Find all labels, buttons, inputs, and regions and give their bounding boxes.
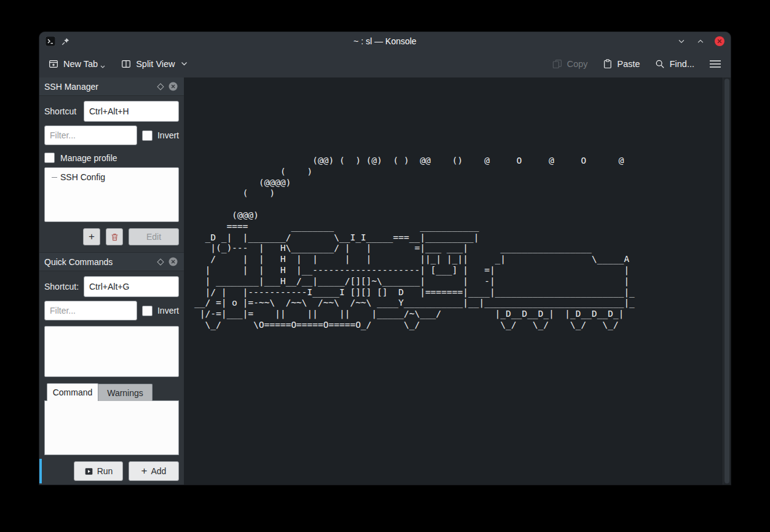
ssh-shortcut-input[interactable]	[84, 101, 179, 122]
shortcut-label: Shortcut:	[44, 282, 84, 292]
manage-profile-row: Manage profile	[44, 153, 179, 163]
maximize-button[interactable]	[695, 36, 706, 47]
terminal-output: (@@) ( ) (@) ( ) @@ () @ O @ O @ ( ) (@@…	[184, 77, 731, 331]
qc-filter-input[interactable]	[44, 301, 137, 320]
trash-icon	[110, 232, 119, 242]
hamburger-icon	[709, 59, 721, 69]
find-label: Find...	[670, 59, 694, 69]
add-label: Add	[151, 466, 167, 476]
tab-warnings[interactable]: Warnings	[98, 384, 153, 401]
split-view-label: Split View	[136, 59, 175, 69]
paste-icon	[603, 59, 613, 69]
sidebar: SSH Manager Shortcut Invert	[39, 77, 184, 485]
float-panel-icon[interactable]	[157, 83, 164, 90]
titlebar-left	[46, 32, 70, 50]
quick-commands-list[interactable]	[44, 326, 179, 377]
edit-entry-button[interactable]: Edit	[129, 228, 179, 245]
close-panel-icon[interactable]	[169, 257, 178, 266]
copy-button[interactable]: Copy	[552, 59, 588, 69]
qc-invert-checkbox[interactable]	[142, 306, 153, 316]
shortcut-label: Shortcut	[44, 106, 84, 116]
toolbar: New Tab Split View Copy	[39, 50, 731, 77]
ssh-filter-input[interactable]	[44, 125, 137, 145]
copy-icon	[552, 59, 562, 69]
search-icon	[655, 59, 665, 69]
list-item-ssh-config[interactable]: SSH Config	[47, 171, 176, 183]
new-tab-button[interactable]: New Tab	[49, 59, 105, 69]
ssh-shortcut-row: Shortcut	[44, 101, 179, 122]
scrollbar-thumb[interactable]	[724, 79, 729, 483]
titlebar[interactable]: ~ : sl — Konsole	[39, 32, 731, 50]
terminal-scrollbar[interactable]	[723, 77, 731, 485]
run-icon	[84, 467, 93, 476]
quick-commands-header: Quick Commands	[39, 253, 184, 271]
ssh-invert-label: Invert	[157, 130, 179, 140]
ssh-manager-panel: SSH Manager Shortcut Invert	[39, 77, 184, 252]
add-command-button[interactable]: + Add	[129, 461, 179, 481]
tree-item-label: SSH Config	[60, 172, 105, 182]
titlebar-buttons	[676, 32, 725, 50]
qc-shortcut-input[interactable]	[84, 276, 179, 297]
manage-profile-checkbox[interactable]	[44, 153, 55, 163]
new-tab-label: New Tab	[63, 59, 98, 69]
ssh-buttons-row: + Edit	[44, 228, 179, 245]
new-tab-icon	[49, 59, 58, 69]
ssh-config-list[interactable]: SSH Config	[44, 167, 179, 222]
run-label: Run	[97, 466, 113, 476]
qc-shortcut-row: Shortcut:	[44, 276, 179, 297]
chevron-down-icon	[100, 65, 105, 69]
pin-icon[interactable]	[61, 37, 70, 46]
panel-title: Quick Commands	[44, 257, 153, 267]
tab-command-label: Command	[53, 387, 93, 397]
qc-invert-label: Invert	[157, 306, 179, 316]
ssh-filter-row: Invert	[44, 125, 179, 145]
close-panel-icon[interactable]	[169, 82, 178, 91]
copy-label: Copy	[567, 59, 588, 69]
toolbar-right: Copy Paste Find...	[552, 59, 721, 69]
close-button[interactable]	[714, 36, 725, 47]
qc-tabs: Command Warnings	[47, 383, 179, 401]
ssh-invert-checkbox[interactable]	[142, 130, 153, 141]
float-panel-icon[interactable]	[157, 258, 164, 265]
tab-command[interactable]: Command	[47, 383, 98, 401]
tree-branch-icon	[52, 177, 57, 178]
command-editor[interactable]	[44, 400, 179, 455]
split-view-button[interactable]: Split View	[121, 59, 187, 69]
accent-strip	[39, 459, 42, 483]
qc-filter-row: Invert	[44, 301, 179, 320]
chevron-down-icon	[181, 62, 188, 66]
find-button[interactable]: Find...	[655, 59, 694, 69]
qc-buttons-row: Run + Add	[44, 461, 179, 481]
terminal-area[interactable]: (@@) ( ) (@) ( ) @@ () @ O @ O @ ( ) (@@…	[184, 77, 731, 485]
ssh-manager-header: SSH Manager	[39, 77, 184, 96]
paste-label: Paste	[617, 59, 640, 69]
konsole-app-icon	[46, 36, 55, 46]
window-title: ~ : sl — Konsole	[39, 36, 731, 46]
menu-button[interactable]	[709, 59, 721, 69]
plus-icon: +	[89, 231, 95, 242]
plus-icon: +	[141, 466, 148, 476]
window-content: SSH Manager Shortcut Invert	[39, 77, 731, 485]
tab-warnings-label: Warnings	[107, 388, 143, 398]
panel-title: SSH Manager	[44, 82, 153, 92]
run-button[interactable]: Run	[74, 461, 123, 481]
konsole-window: ~ : sl — Konsole New Tab	[39, 32, 731, 485]
manage-profile-label: Manage profile	[60, 153, 117, 163]
minimize-button[interactable]	[676, 36, 687, 47]
add-entry-button[interactable]: +	[83, 228, 100, 245]
delete-entry-button[interactable]	[106, 228, 123, 245]
split-view-icon	[121, 59, 131, 69]
paste-button[interactable]: Paste	[603, 59, 640, 69]
quick-commands-panel: Quick Commands Shortcut: Invert	[39, 252, 184, 481]
edit-label: Edit	[146, 232, 161, 242]
